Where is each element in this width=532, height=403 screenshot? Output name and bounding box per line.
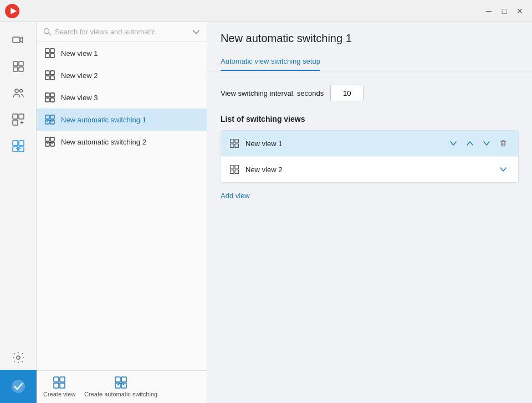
list-item-label: New view 1 xyxy=(61,49,98,58)
switching-row-actions xyxy=(496,162,510,177)
list-item-auto2[interactable]: New automatic switching 2 xyxy=(37,131,207,153)
auto-switch-icon xyxy=(44,114,55,125)
switching-row-label: New view 2 xyxy=(245,166,490,174)
maximize-button[interactable]: □ xyxy=(497,3,512,19)
switching-list-title: List of switching views xyxy=(221,115,519,123)
svg-rect-44 xyxy=(54,383,59,388)
interval-row: View switching interval, seconds xyxy=(221,85,519,101)
svg-rect-24 xyxy=(45,54,49,58)
sidebar-item-settings[interactable] xyxy=(6,345,30,370)
sidebar-item-layout[interactable] xyxy=(6,54,30,79)
sidebar-footer-confirm[interactable] xyxy=(0,370,37,403)
switching-row-1[interactable]: New view 1 xyxy=(221,131,518,157)
svg-rect-43 xyxy=(60,377,65,382)
title-bar: ─ □ ✕ xyxy=(0,0,532,22)
view-icon xyxy=(44,48,55,59)
list-item-label: New view 2 xyxy=(61,71,98,80)
svg-rect-2 xyxy=(13,37,20,43)
main-header: New automatic switching 1 xyxy=(207,22,532,51)
search-icon xyxy=(43,28,52,36)
main-container: New view 1 New view 2 xyxy=(0,22,532,403)
svg-rect-39 xyxy=(50,137,54,141)
svg-rect-57 xyxy=(231,166,234,169)
icon-sidebar xyxy=(0,22,37,403)
svg-point-18 xyxy=(17,356,20,359)
svg-rect-51 xyxy=(235,140,239,143)
move-up-button[interactable] xyxy=(463,136,477,151)
svg-point-7 xyxy=(15,89,18,92)
svg-rect-53 xyxy=(235,144,239,148)
view-icon xyxy=(44,70,55,81)
search-input[interactable] xyxy=(55,28,189,36)
svg-rect-32 xyxy=(45,98,49,102)
create-auto-switching-button[interactable]: Create automatic switching xyxy=(84,376,157,397)
content-area: View switching interval, seconds List of… xyxy=(207,71,532,403)
delete-row-button[interactable] xyxy=(496,136,510,151)
svg-rect-11 xyxy=(13,120,18,125)
svg-rect-35 xyxy=(50,115,54,119)
add-view-link[interactable]: Add view xyxy=(221,189,250,202)
switching-row-actions xyxy=(446,136,510,151)
create-view-button[interactable]: Create view xyxy=(43,376,75,397)
svg-rect-3 xyxy=(13,61,18,66)
list-item-view3[interactable]: New view 3 xyxy=(37,86,207,108)
svg-rect-22 xyxy=(45,49,49,53)
svg-rect-31 xyxy=(50,93,54,97)
switching-row-2[interactable]: New view 2 xyxy=(221,157,518,182)
list-item-label: New automatic switching 2 xyxy=(61,138,146,146)
minimize-button[interactable]: ─ xyxy=(481,3,497,19)
svg-rect-58 xyxy=(235,166,239,169)
interval-input[interactable] xyxy=(330,85,364,101)
move-down-button[interactable] xyxy=(479,136,494,151)
list-item-view1[interactable]: New view 1 xyxy=(37,42,207,64)
svg-rect-29 xyxy=(50,76,54,80)
svg-rect-26 xyxy=(45,71,49,75)
app-logo xyxy=(4,3,20,19)
list-item-view2[interactable]: New view 2 xyxy=(37,64,207,86)
sidebar-item-users[interactable] xyxy=(6,81,30,105)
row-view-icon xyxy=(229,164,240,175)
create-view-icon xyxy=(53,376,65,389)
dropdown-icon[interactable] xyxy=(192,28,200,36)
svg-rect-45 xyxy=(60,383,65,388)
svg-rect-17 xyxy=(19,147,24,152)
svg-rect-4 xyxy=(19,61,23,66)
svg-rect-14 xyxy=(13,141,18,146)
svg-line-21 xyxy=(49,33,51,35)
page-title: New automatic switching 1 xyxy=(221,32,519,45)
svg-point-19 xyxy=(12,380,25,393)
svg-rect-25 xyxy=(50,54,54,58)
sidebar-item-camera[interactable] xyxy=(6,28,30,52)
sidebar-item-view-plus[interactable] xyxy=(6,107,30,132)
svg-rect-9 xyxy=(13,114,18,119)
list-panel: New view 1 New view 2 xyxy=(37,22,207,403)
list-item-auto1[interactable]: New automatic switching 1 xyxy=(37,108,207,131)
expand-row-button[interactable] xyxy=(496,162,510,177)
close-button[interactable]: ✕ xyxy=(512,3,528,19)
svg-rect-38 xyxy=(45,137,49,141)
auto-switch-icon xyxy=(44,136,55,147)
tab-setup[interactable]: Automatic view switching setup xyxy=(221,51,320,71)
svg-rect-6 xyxy=(19,67,23,71)
svg-rect-47 xyxy=(121,377,126,382)
svg-rect-5 xyxy=(13,67,18,71)
svg-rect-28 xyxy=(45,76,49,80)
expand-row-button[interactable] xyxy=(446,136,461,151)
svg-rect-34 xyxy=(45,115,49,119)
interval-label: View switching interval, seconds xyxy=(221,89,324,97)
list-items: New view 1 New view 2 xyxy=(37,42,207,370)
svg-rect-46 xyxy=(115,377,120,382)
create-view-label: Create view xyxy=(43,391,75,397)
list-item-label: New view 3 xyxy=(61,94,98,102)
svg-rect-59 xyxy=(231,170,234,174)
sidebar-item-auto-switch[interactable] xyxy=(6,134,30,158)
svg-rect-10 xyxy=(19,114,24,119)
svg-rect-60 xyxy=(235,170,239,174)
switching-row-label: New view 1 xyxy=(245,140,441,148)
svg-rect-52 xyxy=(231,144,234,148)
svg-rect-15 xyxy=(19,141,24,146)
view-icon xyxy=(44,92,55,103)
svg-rect-42 xyxy=(54,377,59,382)
main-content: New automatic switching 1 Automatic view… xyxy=(207,22,532,403)
svg-rect-16 xyxy=(13,147,18,152)
